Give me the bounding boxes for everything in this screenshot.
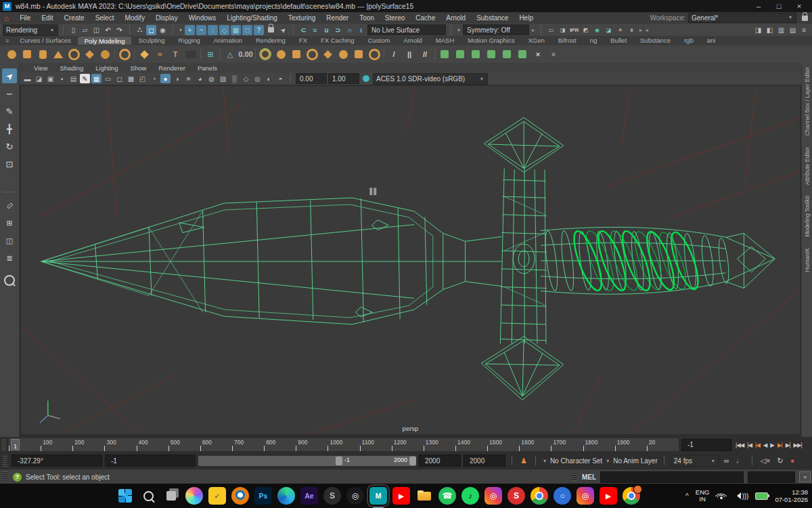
fill-hole-tool[interactable] <box>306 48 318 60</box>
layout-four-panes[interactable]: ⊞ <box>2 215 17 230</box>
shelf-tab[interactable]: ng <box>583 37 604 45</box>
time-tick[interactable]: 900 <box>296 438 328 451</box>
panel-menu-item[interactable]: Show <box>125 64 153 72</box>
shelf-tab[interactable]: Motion Graphics <box>461 37 521 45</box>
wireframe-icon[interactable]: ◔ <box>149 74 159 83</box>
character-set-dropdown[interactable]: No Character Set <box>550 457 602 465</box>
after-effects-icon[interactable]: Ae <box>300 487 318 505</box>
time-tick[interactable]: 1400 <box>455 438 487 451</box>
minimize-button[interactable]: – <box>748 2 769 10</box>
time-ticks[interactable]: 0100200300400500600700800900100011001200… <box>9 438 679 451</box>
shelf-tab[interactable]: Rendering <box>249 37 292 45</box>
expand-icon[interactable]: ▸ <box>532 27 535 33</box>
construction-grid-tool[interactable]: ⊞ <box>204 48 217 60</box>
delete-edge-tool[interactable]: × <box>532 48 544 60</box>
modeling-toolkit-toggle[interactable]: ▤ <box>788 25 798 35</box>
rotate-tool[interactable]: ↻ <box>2 139 17 154</box>
tray-chevron-icon[interactable]: ^ <box>685 492 689 500</box>
range-in-handle[interactable] <box>336 457 342 465</box>
attribute-editor-toggle[interactable]: ◨ <box>753 25 763 35</box>
sidebar-tab[interactable]: HumanIK <box>804 248 811 272</box>
snap-help-icon[interactable]: ? <box>254 25 264 35</box>
divider[interactable] <box>134 49 135 60</box>
play-backwards-button[interactable]: ◀ <box>762 440 769 450</box>
select-object-icon[interactable]: ◻ <box>146 25 156 35</box>
move-tool[interactable]: ╋ <box>2 121 17 136</box>
file-explorer-icon[interactable] <box>415 487 433 505</box>
task-view-button[interactable] <box>162 487 180 505</box>
menu-item[interactable]: Windows <box>183 14 222 22</box>
time-tick[interactable]: 400 <box>137 438 168 451</box>
menu-item[interactable]: Help <box>514 14 539 22</box>
instagram-icon[interactable]: ◎ <box>484 487 502 505</box>
layout-two-panes[interactable]: ◫ <box>2 233 17 248</box>
shelf-tab[interactable]: Sculpting <box>131 37 171 45</box>
current-time-field[interactable]: -1 <box>681 439 731 451</box>
exposure-field[interactable]: 0.00 <box>296 73 327 84</box>
shelf-tab[interactable]: Curves / Surfaces <box>13 37 78 45</box>
extrude-tool[interactable] <box>438 48 451 60</box>
time-tick[interactable]: 700 <box>232 438 264 451</box>
time-tick[interactable]: 1100 <box>360 438 392 451</box>
menu-item[interactable]: Modify <box>119 14 150 22</box>
render-setup-icon[interactable]: ◪ <box>604 25 614 35</box>
divider[interactable] <box>114 49 115 60</box>
search-button[interactable] <box>139 487 157 505</box>
obs-icon[interactable]: ◎ <box>346 487 364 505</box>
start-button[interactable] <box>116 487 134 505</box>
render-frame-icon[interactable]: ◨ <box>558 25 568 35</box>
shelf-tab[interactable]: Custom <box>361 37 397 45</box>
layout-outliner-persp[interactable]: ≣ <box>2 251 17 266</box>
time-tick[interactable]: 100 <box>41 438 72 451</box>
script-editor-icon[interactable]: ≡ <box>799 471 811 482</box>
divider[interactable] <box>384 49 384 60</box>
open-scene-icon[interactable]: ▱ <box>80 25 90 35</box>
pause-viewport-icon[interactable]: ‖ <box>627 25 637 35</box>
panel-menu-item[interactable]: Lighting <box>89 64 124 72</box>
wifi-icon[interactable] <box>716 492 727 500</box>
mel-label[interactable]: MEL <box>582 473 596 481</box>
current-frame-marker[interactable]: 1 <box>11 439 20 450</box>
mute-audio-icon[interactable]: ◁× <box>759 457 773 465</box>
curve-icon-1[interactable]: ⊂ <box>298 25 309 35</box>
curve-icon-4[interactable]: ⊃ <box>333 25 343 35</box>
shelf-tab[interactable]: ani <box>700 37 723 45</box>
undo-icon[interactable]: ↶ <box>103 25 113 35</box>
live-surface-field[interactable]: No Live Surface <box>367 24 446 35</box>
time-tick[interactable]: 600 <box>200 438 232 451</box>
shadows-icon[interactable]: ◕ <box>195 74 205 83</box>
drag-handle[interactable] <box>3 454 7 467</box>
panel-menu-item[interactable]: Panels <box>191 64 223 72</box>
shelf-tab[interactable]: FX Caching <box>314 37 361 45</box>
auto-key-icon[interactable]: ● <box>788 457 797 465</box>
menu-item[interactable]: Cache <box>410 14 441 22</box>
crease-tool[interactable]: // <box>419 48 431 60</box>
select-camera-icon[interactable]: ▬ <box>22 74 32 83</box>
snap-point-icon[interactable]: : <box>208 25 218 35</box>
playback-end-field[interactable]: 2000 <box>419 454 461 467</box>
insert-edge-loop-tool[interactable] <box>501 48 513 60</box>
viewport-canvas[interactable]: persp <box>20 85 800 435</box>
grease-pencil-icon[interactable]: ✎ <box>80 74 90 83</box>
bridge-tool[interactable] <box>470 48 482 60</box>
battery-icon[interactable] <box>755 492 768 500</box>
metronome-icon[interactable]: ♩ <box>734 457 746 465</box>
chevron-down-icon[interactable]: ▾ <box>543 458 546 464</box>
reduce-tool[interactable] <box>321 48 334 60</box>
multi-cut-tool[interactable]: / <box>388 48 400 60</box>
drag-handle[interactable] <box>3 471 7 482</box>
time-tick[interactable]: 500 <box>168 438 200 451</box>
animation-start-field[interactable]: -327.29° <box>12 454 102 467</box>
chevron-down-icon[interactable]: ▾ <box>606 458 609 464</box>
new-scene-icon[interactable]: ▯ <box>68 25 78 35</box>
lock-selection-icon[interactable] <box>268 27 274 33</box>
paint-select-tool[interactable]: ✎ <box>2 104 17 119</box>
panel-menu-item[interactable]: View <box>28 64 53 72</box>
select-tool[interactable]: ➤ <box>2 68 17 83</box>
menu-item[interactable]: Render <box>321 14 354 22</box>
polycylinder-tool[interactable] <box>37 48 49 60</box>
shelf-tab[interactable]: Bullet <box>604 37 633 45</box>
shelf-tab[interactable]: MASH <box>429 37 461 45</box>
blender-icon[interactable] <box>231 487 249 505</box>
shelf-tab[interactable]: XGen <box>521 37 551 45</box>
